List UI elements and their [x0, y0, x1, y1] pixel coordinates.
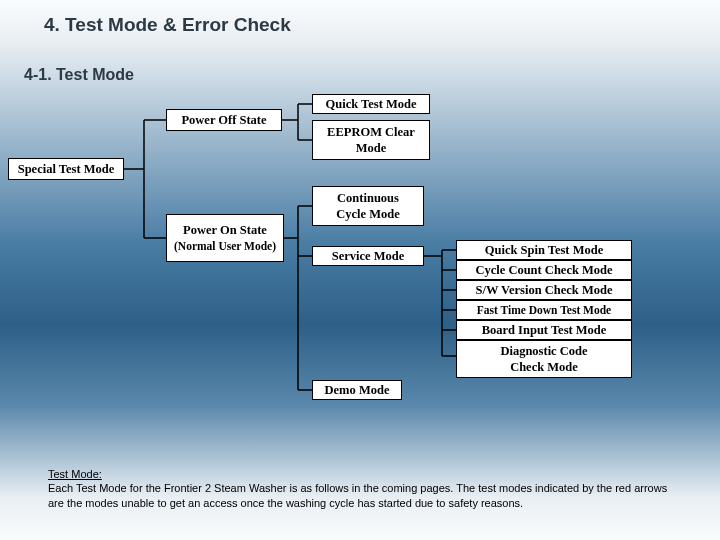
- footer-heading: Test Mode:: [48, 468, 102, 480]
- node-eeprom-clear-mode: EEPROM Clear Mode: [312, 120, 430, 160]
- node-diagnostic-code-check-mode: Diagnostic Code Check Mode: [456, 340, 632, 378]
- node-diagnostic-line2: Check Mode: [510, 359, 578, 375]
- node-quick-test-mode: Quick Test Mode: [312, 94, 430, 114]
- node-power-on-state: Power On State (Normal User Mode): [166, 214, 284, 262]
- footer-note: Test Mode: Each Test Mode for the Fronti…: [48, 467, 672, 510]
- node-fast-time-down-test-mode: Fast Time Down Test Mode: [456, 300, 632, 320]
- page: 4. Test Mode & Error Check 4-1. Test Mod…: [0, 0, 720, 540]
- node-power-on-state-line2: (Normal User Mode): [174, 239, 276, 254]
- node-power-on-state-line1: Power On State: [183, 222, 267, 238]
- footer-body: Each Test Mode for the Frontier 2 Steam …: [48, 482, 667, 508]
- node-diagnostic-line1: Diagnostic Code: [500, 343, 587, 359]
- node-special-test-mode: Special Test Mode: [8, 158, 124, 180]
- node-continuous-line2: Cycle Mode: [336, 206, 400, 222]
- node-cycle-count-check-mode: Cycle Count Check Mode: [456, 260, 632, 280]
- node-sw-version-check-mode: S/W Version Check Mode: [456, 280, 632, 300]
- page-title: 4. Test Mode & Error Check: [44, 14, 291, 36]
- node-board-input-test-mode: Board Input Test Mode: [456, 320, 632, 340]
- node-power-off-state: Power Off State: [166, 109, 282, 131]
- node-continuous-cycle-mode: Continuous Cycle Mode: [312, 186, 424, 226]
- section-subtitle: 4-1. Test Mode: [24, 66, 134, 84]
- node-eeprom-line2: Mode: [356, 140, 387, 156]
- node-service-mode: Service Mode: [312, 246, 424, 266]
- node-quick-spin-test-mode: Quick Spin Test Mode: [456, 240, 632, 260]
- node-demo-mode: Demo Mode: [312, 380, 402, 400]
- node-continuous-line1: Continuous: [337, 190, 399, 206]
- node-eeprom-line1: EEPROM Clear: [327, 124, 415, 140]
